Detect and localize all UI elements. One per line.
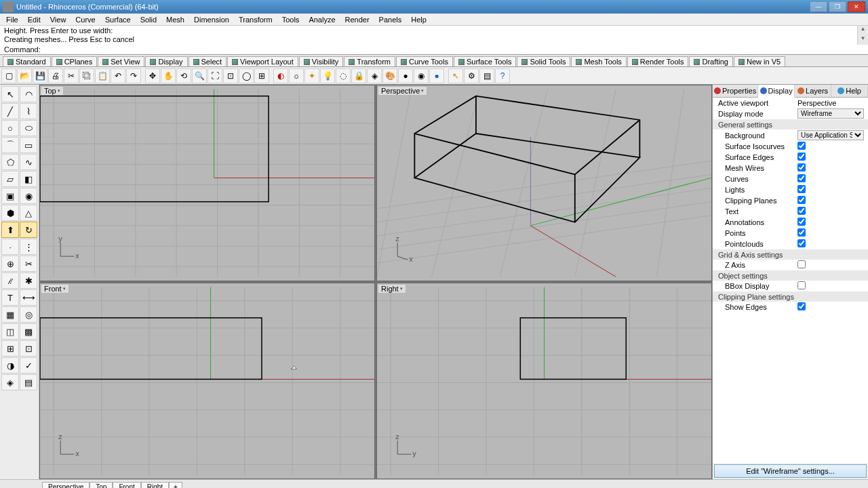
menu-solid[interactable]: Solid — [136, 15, 161, 24]
new-icon[interactable]: ▢ — [1, 68, 16, 83]
surfedge-check[interactable] — [797, 152, 806, 161]
menu-help[interactable]: Help — [406, 15, 431, 24]
tab-select[interactable]: Select — [189, 56, 227, 66]
extrude-icon[interactable]: ⬆ — [1, 222, 19, 238]
rtab-properties[interactable]: Properties — [713, 85, 758, 97]
paste-icon[interactable]: 📋 — [95, 68, 110, 83]
rtab-help[interactable]: Help — [831, 85, 868, 97]
bool-icon[interactable]: ◑ — [1, 357, 19, 373]
text-icon[interactable]: T — [1, 289, 19, 306]
mesh-icon[interactable]: ◫ — [1, 323, 19, 340]
text-check[interactable] — [797, 207, 806, 215]
surfiso-check[interactable] — [797, 142, 806, 150]
srf2-icon[interactable]: ◧ — [20, 171, 37, 187]
render-icon[interactable]: ☼ — [289, 68, 304, 83]
sphere2-icon[interactable]: ◉ — [414, 68, 429, 83]
properties-icon[interactable]: ▤ — [479, 68, 494, 83]
pointer-icon[interactable]: ↖ — [1, 86, 19, 102]
annot-check[interactable] — [797, 218, 806, 226]
menu-mesh[interactable]: Mesh — [161, 15, 189, 24]
hatch-icon[interactable]: ▦ — [1, 306, 19, 323]
showedges-check[interactable] — [797, 302, 806, 310]
tab-rendertools[interactable]: Render Tools — [627, 56, 689, 66]
viewport-top[interactable]: Top▾ yx — [39, 85, 375, 281]
viewport-front[interactable]: Front▾ zx — [39, 283, 375, 479]
btab-add[interactable]: + — [169, 482, 182, 488]
spotlight-icon[interactable]: ✦ — [304, 68, 319, 83]
curve-icon[interactable]: ∿ — [20, 154, 37, 170]
zoomext-icon[interactable]: ⛶ — [208, 68, 222, 83]
points-check[interactable] — [797, 228, 806, 237]
trim-icon[interactable]: ✂ — [20, 256, 37, 272]
cone-icon[interactable]: △ — [20, 205, 37, 221]
sphere3-icon[interactable]: ● — [429, 68, 444, 83]
tab-surfacetools[interactable]: Surface Tools — [454, 56, 516, 66]
menu-view[interactable]: View — [45, 15, 71, 24]
ellipse-icon[interactable]: ⬭ — [20, 120, 37, 136]
4view-icon[interactable]: ⊞ — [254, 68, 269, 83]
pan-icon[interactable]: ✋ — [161, 68, 176, 83]
polyline-icon[interactable]: ⌇ — [20, 103, 37, 119]
bool2-icon[interactable]: ✓ — [20, 357, 37, 373]
command-input[interactable] — [41, 45, 864, 54]
rtab-layers[interactable]: Layers — [795, 85, 831, 97]
tab-solidtools[interactable]: Solid Tools — [517, 56, 570, 66]
hide-icon[interactable]: ◌ — [336, 68, 351, 83]
pts-icon[interactable]: ⋮ — [20, 239, 37, 255]
line-icon[interactable]: ╱ — [1, 103, 19, 119]
pt-icon[interactable]: · — [1, 239, 19, 255]
join-icon[interactable]: ⊕ — [1, 256, 19, 272]
viewport-perspective[interactable]: Perspective▾ zx — [376, 85, 712, 281]
display-mode-select[interactable]: Wireframe — [797, 108, 864, 119]
split-icon[interactable]: ⫽ — [1, 272, 19, 289]
undo-icon[interactable]: ↶ — [111, 68, 125, 83]
close-button[interactable]: ✕ — [848, 1, 865, 12]
lights-check[interactable] — [797, 185, 806, 193]
arc-icon[interactable]: ⌒ — [1, 137, 19, 153]
redo-icon[interactable]: ↷ — [126, 68, 141, 83]
menu-panels[interactable]: Panels — [374, 15, 407, 24]
open-icon[interactable]: 📂 — [17, 68, 32, 83]
viewport-right[interactable]: Right▾ zy — [376, 283, 712, 479]
prop-icon[interactable]: ▤ — [20, 374, 37, 390]
select-icon[interactable]: ↖ — [448, 68, 463, 83]
background-select[interactable]: Use Application Settings — [797, 130, 864, 140]
lasso-icon[interactable]: ◯ — [239, 68, 254, 83]
cmd-scroll[interactable]: ▲▼ — [857, 26, 868, 45]
tab-display[interactable]: Display — [145, 56, 187, 66]
lasso2-icon[interactable]: ◠ — [20, 86, 37, 102]
srf-icon[interactable]: ▱ — [1, 171, 19, 187]
print-icon[interactable]: 🖨 — [48, 68, 63, 83]
tab-standard[interactable]: Standard — [3, 56, 51, 66]
tab-drafting[interactable]: Drafting — [689, 56, 733, 66]
clipping-check[interactable] — [797, 196, 806, 204]
meshwire-check[interactable] — [797, 163, 806, 171]
menu-analyze[interactable]: Analyze — [304, 15, 340, 24]
maximize-button[interactable]: ❐ — [829, 1, 846, 12]
btab-top[interactable]: Top — [90, 482, 113, 488]
grid-icon[interactable]: ⊞ — [1, 340, 19, 357]
rect-icon[interactable]: ▭ — [20, 137, 37, 153]
analyze-icon[interactable]: ◈ — [1, 374, 19, 390]
sphere-icon[interactable]: ◉ — [20, 188, 37, 204]
tab-newv5[interactable]: New in V5 — [734, 56, 785, 66]
light-icon[interactable]: 💡 — [320, 68, 335, 83]
tab-setview[interactable]: Set View — [98, 56, 144, 66]
layers-icon[interactable]: ◈ — [367, 68, 382, 83]
color-icon[interactable]: 🎨 — [382, 68, 397, 83]
lock-icon[interactable]: 🔒 — [351, 68, 366, 83]
tab-visibility[interactable]: Visibility — [299, 56, 344, 66]
circle-icon[interactable]: ○ — [1, 120, 19, 136]
zoomsel-icon[interactable]: ⊡ — [223, 68, 238, 83]
menu-transform[interactable]: Transform — [234, 15, 277, 24]
pointclouds-check[interactable] — [797, 239, 806, 247]
menu-curve[interactable]: Curve — [71, 15, 100, 24]
save-icon[interactable]: 💾 — [33, 68, 47, 83]
btab-perspective[interactable]: Perspective — [42, 482, 90, 488]
menu-dimension[interactable]: Dimension — [189, 15, 234, 24]
menu-edit[interactable]: Edit — [23, 15, 45, 24]
tab-curvetools[interactable]: Curve Tools — [396, 56, 453, 66]
zaxis-check[interactable] — [797, 260, 806, 268]
btab-front[interactable]: Front — [113, 482, 140, 488]
btab-right[interactable]: Right — [141, 482, 169, 488]
